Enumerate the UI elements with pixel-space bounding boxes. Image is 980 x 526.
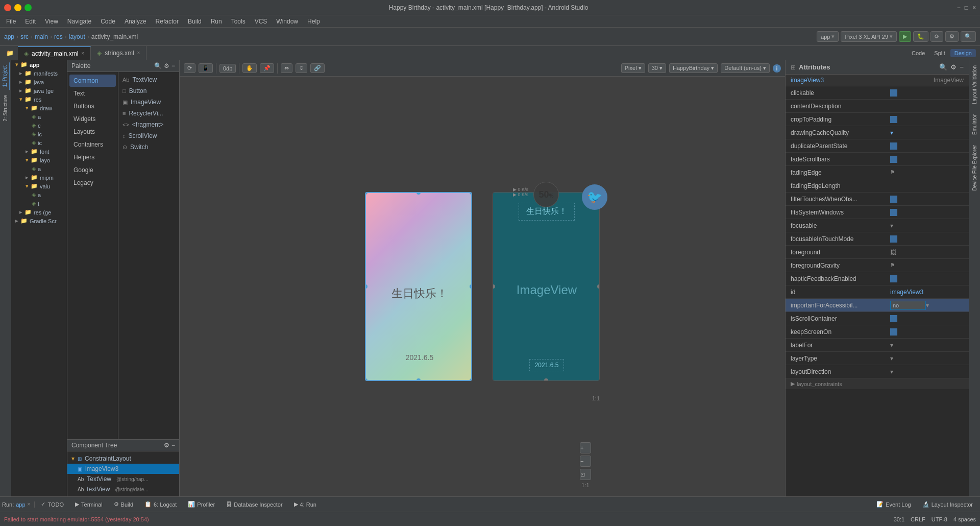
importantaccess-input[interactable]: [890, 301, 926, 310]
breadcrumb-3[interactable]: main: [35, 33, 48, 40]
palette-item-scrollview[interactable]: ↕ ScrollView: [118, 130, 179, 141]
tab-split[interactable]: Split: [930, 49, 949, 57]
app-theme-dropdown[interactable]: HappyBirthday ▾: [669, 63, 718, 73]
bottom-tab-eventlog[interactable]: 📝 Event Log: [871, 499, 916, 510]
layout-validation-tab[interactable]: Layout Validation: [970, 62, 979, 107]
attr-row-labelfor[interactable]: labelFor ▾: [786, 339, 969, 352]
window-controls[interactable]: [4, 4, 32, 11]
attr-row-foreground[interactable]: foreground 🖼: [786, 246, 969, 259]
tree-draw-a[interactable]: ◈ a: [11, 112, 67, 121]
tree-app[interactable]: ▾ 📁 app: [11, 60, 67, 69]
attr-settings-icon[interactable]: ⚙: [950, 63, 957, 71]
run-config-dropdown[interactable]: app▾: [817, 31, 839, 42]
attr-row-focusable[interactable]: focusable ▾: [786, 219, 969, 232]
attr-row-importantaccess[interactable]: importantForAccessibil... ▾: [786, 299, 969, 312]
bottom-tab-todo[interactable]: ✓ TODO: [36, 499, 69, 510]
status-crlf[interactable]: CRLF: [911, 516, 925, 522]
comp-imageview3[interactable]: ▣ imageView3: [67, 464, 179, 474]
menu-help[interactable]: Help: [303, 17, 324, 26]
menu-run[interactable]: Run: [207, 17, 226, 26]
tree-layo[interactable]: ▾ 📁 layo: [11, 156, 67, 164]
bottom-tab-terminal[interactable]: ▶ Terminal: [70, 499, 108, 510]
close-icon[interactable]: ×: [972, 4, 976, 11]
palette-search-icon[interactable]: 🔍: [154, 62, 162, 69]
palette-cat-text[interactable]: Text: [69, 87, 116, 100]
attr-search-icon[interactable]: 🔍: [939, 63, 947, 71]
minimize-button[interactable]: [14, 4, 21, 11]
attr-row-fadingedge[interactable]: fadingEdge ⚑: [786, 166, 969, 179]
settings-button[interactable]: ⚙: [945, 31, 959, 42]
tree-font[interactable]: ▸ 📁 font: [11, 147, 67, 156]
attr-row-layoutdirection[interactable]: layoutDirection ▾: [786, 365, 969, 378]
attr-row-layertype[interactable]: layerType ▾: [786, 352, 969, 365]
attr-minimize-icon[interactable]: −: [960, 63, 964, 71]
menu-view[interactable]: View: [41, 17, 62, 26]
breadcrumb-1[interactable]: app: [4, 33, 14, 40]
tree-layout-a[interactable]: ◈ a: [11, 164, 67, 173]
menu-tools[interactable]: Tools: [227, 17, 250, 26]
close-button[interactable]: [4, 4, 11, 11]
menu-build[interactable]: Build: [184, 17, 206, 26]
pixel-dropdown[interactable]: Pixel ▾: [621, 63, 645, 73]
tab-activity-main[interactable]: ◈ activity_main.xml ×: [18, 46, 91, 60]
breadcrumb-4[interactable]: res: [54, 33, 63, 40]
bottom-tab-build[interactable]: ⚙ Build: [109, 499, 138, 510]
tree-ic-2[interactable]: ◈ ic: [11, 138, 67, 147]
palette-cat-common[interactable]: Common: [69, 75, 116, 87]
breadcrumb-5[interactable]: layout: [69, 33, 85, 40]
search-toolbar-button[interactable]: 🔍: [961, 31, 976, 42]
handle-bottom-right[interactable]: [470, 378, 472, 381]
tree-ic-1[interactable]: ◈ ic: [11, 130, 67, 138]
tab-strings[interactable]: ◈ strings.xml ×: [91, 46, 146, 60]
attr-row-haptic[interactable]: hapticFeedbackEnabled: [786, 272, 969, 285]
handle-bottom[interactable]: [416, 378, 421, 381]
minimize-icon[interactable]: −: [957, 4, 961, 11]
palette-item-textview[interactable]: Ab TextView: [118, 74, 179, 85]
palette-item-imageview[interactable]: ▣ ImageView: [118, 97, 179, 108]
align-horiz-button[interactable]: ⇔: [281, 63, 292, 73]
attr-row-foregroundgrav[interactable]: foregroundGravity ⚑: [786, 259, 969, 272]
tree-res[interactable]: ▾ 📁 res: [11, 95, 67, 104]
menu-file[interactable]: File: [2, 17, 20, 26]
palette-cat-google[interactable]: Google: [69, 164, 116, 176]
sync-button[interactable]: ⟳: [930, 31, 943, 42]
palette-cat-containers[interactable]: Containers: [69, 138, 116, 151]
attr-section-layout-constraints[interactable]: ▶ layout_constraints: [786, 378, 969, 389]
zoom-out-button[interactable]: −: [580, 456, 591, 467]
breadcrumb-2[interactable]: src: [20, 33, 29, 40]
palette-cat-legacy[interactable]: Legacy: [69, 177, 116, 189]
attr-row-clickable[interactable]: clickable: [786, 86, 969, 100]
handle-bottom-left[interactable]: [365, 378, 368, 381]
run-button[interactable]: ▶: [899, 31, 911, 42]
pin-button[interactable]: 📌: [260, 63, 274, 73]
left-phone-frame[interactable]: 生日快乐！ 2021.6.5: [365, 192, 472, 381]
run-close-icon[interactable]: ×: [28, 501, 31, 507]
status-indent[interactable]: 4 spaces: [953, 516, 976, 522]
attr-row-drawingcache[interactable]: drawingCacheQuality ▾: [786, 126, 969, 139]
menu-vcs[interactable]: VCS: [251, 17, 272, 26]
tab-code[interactable]: Code: [908, 49, 929, 57]
debug-button[interactable]: 🐛: [913, 31, 928, 42]
bottom-tab-profiler[interactable]: 📊 Profiler: [183, 499, 220, 510]
palette-cat-helpers[interactable]: Helpers: [69, 151, 116, 163]
handle-top-right[interactable]: [470, 192, 472, 195]
bottom-tab-layout-inspector[interactable]: 🔬 Layout Inspector: [917, 499, 978, 510]
device-file-tab[interactable]: Device File Explorer: [970, 142, 979, 194]
device-dropdown[interactable]: Pixel 3 XL API 29▾: [841, 31, 897, 42]
bottom-tab-run[interactable]: ▶ 4: Run: [289, 499, 322, 510]
maximize-button[interactable]: [24, 4, 32, 11]
attr-row-focusabletouch[interactable]: focusableInTouchMode: [786, 232, 969, 246]
menu-edit[interactable]: Edit: [21, 17, 40, 26]
attr-row-keepscreen[interactable]: keepScreenOn: [786, 325, 969, 339]
emulator-tab[interactable]: Emulator: [970, 111, 979, 138]
tree-java-generated[interactable]: ▸ 📁 java (ge: [11, 86, 67, 95]
comp-tree-settings-icon[interactable]: ⚙: [164, 442, 169, 449]
palette-item-button[interactable]: □ Button: [118, 85, 179, 97]
palette-item-fragment[interactable]: <> <fragment>: [118, 119, 179, 130]
maximize-icon[interactable]: □: [965, 4, 968, 11]
attr-row-fadingedgelen[interactable]: fadingEdgeLength: [786, 179, 969, 193]
attr-row-isscroll[interactable]: isScrollContainer: [786, 312, 969, 325]
menu-navigate[interactable]: Navigate: [63, 17, 95, 26]
tab-design[interactable]: Design: [950, 49, 976, 57]
tree-mipmap[interactable]: ▸ 📁 mipm: [11, 173, 67, 182]
